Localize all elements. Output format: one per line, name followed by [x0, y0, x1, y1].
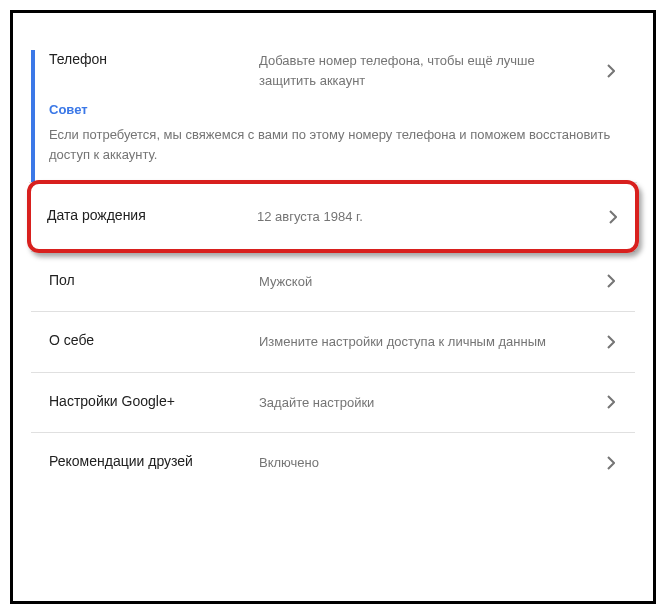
- setting-row-birthday[interactable]: Дата рождения 12 августа 1984 г.: [29, 182, 637, 251]
- chevron-right-icon: [601, 456, 621, 470]
- row-label-gender: Пол: [49, 272, 259, 288]
- row-value-about: Измените настройки доступа к личным данн…: [259, 332, 601, 352]
- chevron-right-icon: [603, 210, 623, 224]
- row-value-gplus: Задайте настройки: [259, 393, 601, 413]
- chevron-right-icon: [601, 335, 621, 349]
- setting-row-about[interactable]: О себе Измените настройки доступа к личн…: [31, 311, 635, 372]
- setting-row-phone[interactable]: Телефон Добавьте номер телефона, чтобы е…: [31, 31, 635, 102]
- row-value-birthday: 12 августа 1984 г.: [257, 207, 603, 227]
- setting-row-friends[interactable]: Рекомендации друзей Включено: [31, 432, 635, 493]
- row-value-gender: Мужской: [259, 272, 601, 292]
- tip-accent-bar: [31, 50, 35, 182]
- highlight-birthday: Дата рождения 12 августа 1984 г.: [29, 182, 637, 251]
- row-value-phone: Добавьте номер телефона, чтобы ещё лучше…: [259, 51, 601, 90]
- tip-title: Совет: [49, 102, 617, 117]
- settings-panel: Телефон Добавьте номер телефона, чтобы е…: [10, 10, 656, 604]
- setting-row-gender[interactable]: Пол Мужской: [31, 251, 635, 312]
- setting-row-gplus[interactable]: Настройки Google+ Задайте настройки: [31, 372, 635, 433]
- row-label-about: О себе: [49, 332, 259, 348]
- settings-list: Телефон Добавьте номер телефона, чтобы е…: [31, 31, 635, 493]
- row-label-gplus: Настройки Google+: [49, 393, 259, 409]
- chevron-right-icon: [601, 395, 621, 409]
- chevron-right-icon: [601, 274, 621, 288]
- tip-text: Если потребуется, мы свяжемся с вами по …: [49, 125, 617, 164]
- tip-section: Совет Если потребуется, мы свяжемся с ва…: [31, 102, 635, 182]
- row-label-phone: Телефон: [49, 51, 259, 67]
- row-label-friends: Рекомендации друзей: [49, 453, 259, 469]
- chevron-right-icon: [601, 64, 621, 78]
- row-value-friends: Включено: [259, 453, 601, 473]
- row-label-birthday: Дата рождения: [47, 207, 257, 223]
